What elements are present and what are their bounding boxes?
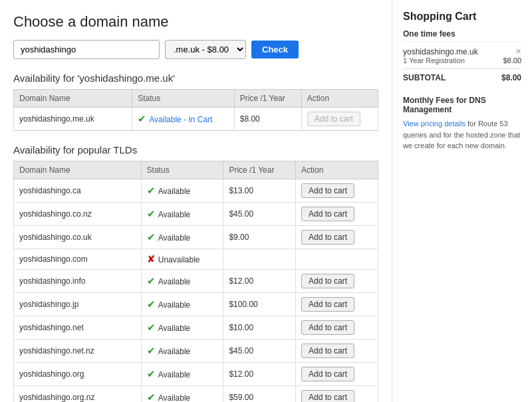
price-cell: [223, 249, 296, 270]
col-header-price: Price /1 Year: [234, 90, 301, 108]
add-to-cart-button[interactable]: Add to cart: [301, 320, 354, 335]
status-text: Available: [158, 233, 190, 243]
table-row: yoshidashingo.info✔ Available$12.00Add t…: [14, 270, 378, 293]
check-icon: ✔: [147, 345, 158, 356]
monthly-section: Monthly Fees for DNS Management View pri…: [403, 96, 521, 151]
table-row: yoshidashingo.me.uk✔ Available - In Cart…: [14, 108, 378, 131]
status-cell: ✔ Available - In Cart: [132, 108, 235, 131]
view-pricing-link[interactable]: View pricing details: [403, 120, 466, 128]
col-header-domain2: Domain Name: [14, 161, 142, 179]
table-row: yoshidashingo.co.nz✔ Available$45.00Add …: [14, 203, 378, 226]
cart-item-remove[interactable]: ✕: [515, 47, 521, 56]
add-to-cart-button[interactable]: Add to cart: [301, 183, 354, 198]
price-cell: $8.00: [234, 108, 301, 131]
table-row: yoshidashingo.net.nz✔ Available$45.00Add…: [14, 340, 378, 363]
search-input[interactable]: [13, 40, 160, 59]
check-icon: ✔: [147, 298, 158, 310]
action-cell: Add to cart: [296, 203, 378, 226]
status-cell: ✔ Available: [141, 226, 223, 249]
cart-item: yoshidashingo.me.uk ✕ 1 Year Registratio…: [403, 47, 521, 64]
col-header-status2: Status: [141, 161, 223, 179]
domain-cell: yoshidashingo.com: [14, 249, 142, 270]
add-to-cart-button[interactable]: Add to cart: [301, 230, 354, 245]
action-cell: Add to cart: [296, 316, 378, 340]
status-text: Available: [158, 277, 190, 286]
status-text: Available: [158, 210, 190, 219]
status-text: Unavailable: [158, 255, 200, 264]
col-header-action2: Action: [296, 161, 378, 179]
status-text: Available: [158, 324, 190, 333]
search-row: .me.uk - $8.00 Check: [13, 40, 378, 59]
col-header-price2: Price /1 Year: [223, 161, 296, 179]
domain-cell: yoshidashingo.jp: [14, 293, 142, 316]
add-to-cart-button[interactable]: Add to cart: [301, 297, 354, 312]
add-to-cart-button[interactable]: Add to cart: [301, 274, 354, 288]
price-cell: $12.00: [223, 363, 296, 386]
domain-cell: yoshidashingo.net: [14, 316, 142, 340]
status-text: Available: [158, 370, 190, 379]
action-cell: Add to cart: [296, 293, 378, 316]
status-text: Available: [158, 300, 190, 310]
domain-cell: yoshidashingo.net.nz: [14, 340, 142, 363]
cart-item-price: $8.00: [503, 56, 521, 64]
cart-item-desc-row: 1 Year Registration $8.00: [403, 56, 521, 64]
price-cell: $100.00: [223, 293, 296, 316]
check-icon: ✔: [147, 185, 158, 196]
check-icon: ✔: [147, 208, 158, 219]
status-text: Available: [158, 347, 190, 356]
action-cell: Add to cart: [296, 226, 378, 249]
add-to-cart-button[interactable]: Add to cart: [301, 207, 354, 221]
domain-cell: yoshidashingo.co.nz: [14, 203, 142, 226]
status-cell: ✘ Unavailable: [141, 249, 223, 270]
check-button[interactable]: Check: [251, 41, 299, 58]
status-cell: ✔ Available: [141, 340, 223, 363]
check-icon: ✔: [138, 113, 149, 124]
status-cell: ✔ Available: [141, 293, 223, 316]
domain-cell: yoshidashingo.co.uk: [14, 226, 142, 249]
cart-item-name-row: yoshidashingo.me.uk ✕: [403, 47, 521, 56]
add-to-cart-button[interactable]: Add to cart: [301, 344, 354, 358]
price-cell: $9.00: [223, 226, 296, 249]
cart-title: Shopping Cart: [403, 11, 521, 23]
domain-cell: yoshidashingo.info: [14, 270, 142, 293]
price-cell: $13.00: [223, 179, 296, 203]
monthly-desc: View pricing details for Route 53 querie…: [403, 118, 521, 151]
table-row: yoshidashingo.co.uk✔ Available$9.00Add t…: [14, 226, 378, 249]
subtotal-row: SUBTOTAL $8.00: [403, 68, 521, 86]
price-cell: $59.00: [223, 386, 296, 403]
table-row: yoshidashingo.ca✔ Available$13.00Add to …: [14, 179, 378, 203]
cart-item-desc-text: 1 Year Registration: [403, 56, 465, 64]
table-row: yoshidashingo.net✔ Available$10.00Add to…: [14, 316, 378, 340]
add-to-cart-button[interactable]: Add to cart: [301, 367, 354, 381]
domain-cell: yoshidashingo.org: [14, 363, 142, 386]
price-cell: $10.00: [223, 316, 296, 340]
action-cell: Add to cart: [296, 340, 378, 363]
cart-item-domain: yoshidashingo.me.uk: [403, 47, 478, 56]
subtotal-value: $8.00: [501, 73, 521, 82]
action-cell: Add to cart: [296, 179, 378, 203]
action-cell: Add to cart: [296, 386, 378, 403]
monthly-title: Monthly Fees for DNS Management: [403, 96, 521, 114]
add-to-cart-button[interactable]: Add to cart: [301, 390, 354, 402]
right-panel: Shopping Cart One time fees yoshidashing…: [392, 0, 532, 402]
status-cell: ✔ Available: [141, 386, 223, 403]
tld-select[interactable]: .me.uk - $8.00: [165, 40, 246, 59]
check-icon: ✔: [147, 231, 158, 243]
availability-section-title: Availability for 'yoshidashingo.me.uk': [13, 72, 378, 84]
domain-cell: yoshidashingo.ca: [14, 179, 142, 203]
status-cell: ✔ Available: [141, 363, 223, 386]
cart-one-time-title: One time fees: [403, 29, 521, 42]
action-cell: Add to cart: [301, 108, 378, 131]
domain-cell: yoshidashingo.me.uk: [14, 108, 132, 131]
left-panel: Choose a domain name .me.uk - $8.00 Chec…: [0, 0, 392, 402]
table-row: yoshidashingo.org✔ Available$12.00Add to…: [14, 363, 378, 386]
domain-cell: yoshidashingo.org.nz: [14, 386, 142, 403]
status-cell: ✔ Available: [141, 316, 223, 340]
add-to-cart-button: Add to cart: [307, 112, 360, 126]
action-cell: Add to cart: [296, 270, 378, 293]
table-row: yoshidashingo.jp✔ Available$100.00Add to…: [14, 293, 378, 316]
action-cell: [296, 249, 378, 270]
price-cell: $12.00: [223, 270, 296, 293]
check-icon: ✔: [147, 391, 158, 402]
status-cell: ✔ Available: [141, 270, 223, 293]
